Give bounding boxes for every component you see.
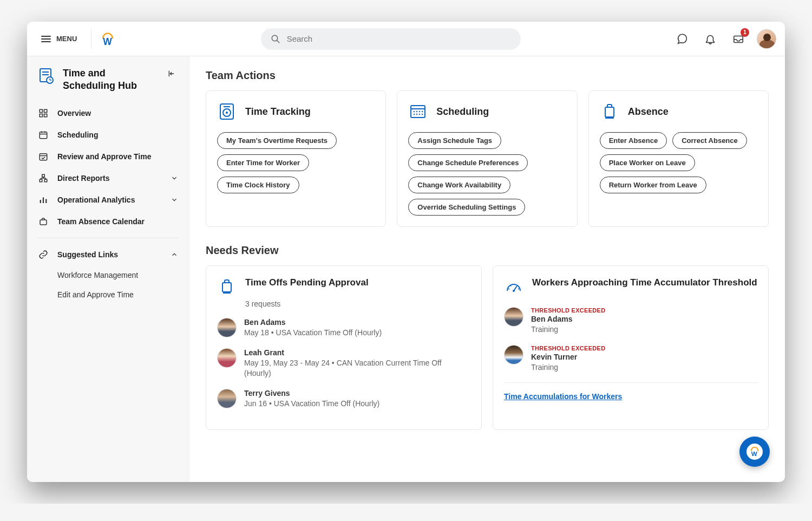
pill-place-on-leave[interactable]: Place Worker on Leave — [600, 154, 695, 171]
person-detail: May 19, May 23 - May 24 • CAN Vacation C… — [244, 358, 470, 379]
notifications-button[interactable] — [700, 29, 720, 49]
svg-rect-14 — [44, 114, 47, 116]
menu-button[interactable]: MENU — [36, 30, 82, 47]
nav-team-absence[interactable]: Team Absence Calendar — [27, 211, 189, 232]
nav-label: Scheduling — [57, 131, 98, 139]
profile-avatar[interactable] — [757, 29, 776, 49]
search-wrap — [120, 28, 662, 50]
card-absence: Absence Enter Absence Correct Absence Pl… — [588, 90, 769, 227]
person-row[interactable]: THRESHOLD EXCEEDED Ben Adams Training — [504, 307, 757, 335]
link-icon — [38, 250, 49, 259]
topbar-right: 1 — [672, 29, 776, 49]
pill-override-settings[interactable]: Override Scheduling Settings — [408, 199, 525, 216]
card-scheduling: Scheduling Assign Schedule Tags Change S… — [397, 90, 577, 227]
svg-point-51 — [513, 290, 515, 292]
calendar-icon — [38, 130, 49, 140]
svg-rect-19 — [40, 154, 47, 160]
svg-line-53 — [510, 285, 512, 286]
review-title: Workers Approaching Time Accumulator Thr… — [532, 277, 757, 296]
card-title: Scheduling — [436, 106, 489, 118]
person-row[interactable]: Ben Adams May 18 • USA Vacation Time Off… — [217, 318, 470, 338]
nav-label: Direct Reports — [57, 174, 109, 183]
chat-button[interactable] — [672, 29, 692, 49]
chevron-up-icon — [171, 251, 178, 258]
card-threshold: Workers Approaching Time Accumulator Thr… — [493, 265, 769, 430]
svg-point-42 — [414, 114, 415, 115]
absence-icon — [600, 102, 619, 121]
search-box[interactable] — [261, 28, 521, 50]
person-row[interactable]: Leah Grant May 19, May 23 - May 24 • CAN… — [217, 348, 470, 379]
pill-enter-absence[interactable]: Enter Absence — [600, 132, 667, 149]
svg-point-40 — [419, 111, 420, 112]
pill-enter-time-worker[interactable]: Enter Time for Worker — [217, 154, 309, 171]
person-detail: May 18 • USA Vacation Time Off (Hourly) — [244, 328, 470, 338]
search-input[interactable] — [287, 34, 511, 43]
svg-rect-48 — [222, 283, 231, 292]
inbox-button[interactable]: 1 — [729, 29, 748, 49]
inbox-badge: 1 — [741, 28, 749, 37]
person-detail: Training — [531, 362, 757, 373]
person-row[interactable]: THRESHOLD EXCEEDED Kevin Turner Training — [504, 345, 757, 373]
svg-line-2 — [277, 40, 279, 43]
svg-rect-46 — [605, 107, 614, 117]
nav-operational-analytics[interactable]: Operational Analytics — [27, 189, 189, 211]
nav-label: Operational Analytics — [57, 196, 135, 204]
sidebar-header: Time and Scheduling Hub — [27, 67, 189, 102]
workday-logo[interactable]: W — [100, 31, 115, 47]
person-row[interactable]: Terry Givens Jun 16 • USA Vacation Time … — [217, 389, 470, 409]
person-detail: Jun 16 • USA Vacation Time Off (Hourly) — [244, 399, 470, 409]
nav-scheduling[interactable]: Scheduling — [27, 124, 189, 146]
nav-overview[interactable]: Overview — [27, 102, 189, 124]
topbar: MENU W 1 — [27, 22, 785, 56]
pill-correct-absence[interactable]: Correct Absence — [672, 132, 747, 149]
divider — [38, 238, 178, 238]
nav-review-approve[interactable]: Review and Approve Time — [27, 146, 189, 167]
search-icon — [271, 34, 280, 44]
threshold-badge: THRESHOLD EXCEEDED — [531, 307, 757, 314]
time-accumulations-link[interactable]: Time Accumulations for Workers — [504, 392, 622, 401]
person-name: Leah Grant — [244, 348, 470, 357]
sublink-workforce-mgmt[interactable]: Workforce Management — [27, 265, 189, 285]
nav-label: Overview — [57, 109, 91, 118]
briefcase-icon — [38, 217, 49, 226]
svg-point-44 — [419, 114, 420, 115]
svg-point-43 — [416, 114, 417, 115]
svg-text:W: W — [103, 36, 113, 47]
review-title: Time Offs Pending Approval — [245, 277, 369, 296]
main-content: Team Actions Time Tracking My Team's Ove… — [189, 56, 785, 482]
nav-direct-reports[interactable]: Direct Reports — [27, 167, 189, 189]
nav-label: Review and Approve Time — [57, 152, 152, 161]
bell-icon — [704, 33, 716, 45]
team-actions-row: Time Tracking My Team's Overtime Request… — [206, 90, 769, 227]
sublink-label: Workforce Management — [57, 271, 138, 279]
pill-return-from-leave[interactable]: Return Worker from Leave — [600, 177, 706, 193]
pill-overtime-requests[interactable]: My Team's Overtime Requests — [217, 132, 337, 149]
calendar-check-icon — [38, 152, 49, 161]
svg-point-45 — [422, 114, 423, 115]
needs-review-title: Needs Review — [206, 244, 769, 257]
assistant-fab[interactable]: W — [739, 437, 770, 467]
collapse-sidebar-button[interactable] — [165, 67, 178, 80]
svg-point-34 — [226, 112, 228, 114]
person-name: Ben Adams — [244, 318, 470, 327]
pill-assign-tags[interactable]: Assign Schedule Tags — [408, 132, 501, 149]
pill-time-clock-history[interactable]: Time Clock History — [217, 177, 299, 193]
avatar — [217, 348, 237, 368]
svg-point-38 — [414, 111, 415, 112]
pill-change-availability[interactable]: Change Work Availability — [408, 177, 510, 193]
sidebar-title: Time and Scheduling Hub — [63, 67, 158, 93]
review-subtitle: 3 requests — [217, 299, 470, 308]
sublink-edit-approve[interactable]: Edit and Approve Time — [27, 285, 189, 304]
overview-icon — [38, 108, 49, 118]
avatar — [217, 318, 237, 337]
suitcase-icon — [217, 277, 237, 296]
person-name: Ben Adams — [531, 315, 757, 323]
divider — [91, 29, 91, 49]
team-actions-title: Team Actions — [206, 69, 769, 82]
avatar — [504, 345, 523, 364]
nav-suggested-links[interactable]: Suggested Links — [27, 244, 189, 265]
sublink-label: Edit and Approve Time — [57, 290, 134, 299]
person-detail: Training — [531, 324, 757, 335]
pill-change-preferences[interactable]: Change Schedule Preferences — [408, 154, 528, 171]
svg-rect-11 — [40, 109, 42, 112]
